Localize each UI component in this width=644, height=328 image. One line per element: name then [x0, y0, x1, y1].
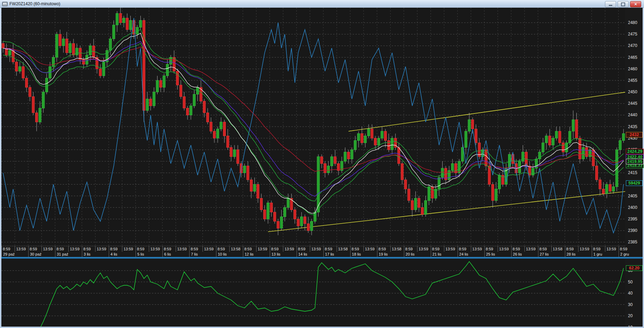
- time-axis[interactable]: 8:5913:5929 paź8:5913:5930 paź8:5913:593…: [1, 246, 625, 257]
- date-tick-label: 27 lis: [540, 252, 549, 256]
- minimize-button[interactable]: [605, 1, 616, 7]
- date-tick-label: 18 lis: [352, 252, 361, 256]
- date-tick-label: 19 lis: [379, 252, 388, 256]
- rsi-tick-label: 20: [628, 313, 641, 318]
- time-tick-label: 13:59: [419, 247, 428, 251]
- date-tick: 17 lis: [323, 252, 350, 257]
- date-tick-label: 31 paź: [57, 252, 68, 256]
- price-tick-label: 2405: [628, 194, 641, 198]
- date-tick-label: 5 lis: [137, 252, 144, 256]
- time-tick-label: 13:59: [606, 247, 616, 251]
- time-tick-label: 13:59: [284, 247, 294, 251]
- time-tick: 8:59: [323, 246, 337, 252]
- time-tick: 13:59: [41, 246, 55, 252]
- close-button[interactable]: ✕: [630, 1, 641, 7]
- time-tick: 8:59: [458, 246, 471, 252]
- date-tick: 6 lis: [162, 252, 189, 257]
- date-tick: 2 gru: [619, 252, 644, 257]
- date-tick: 31 paź: [55, 252, 82, 257]
- date-tick: 12 lis: [243, 252, 270, 257]
- time-tick-label: 8:59: [325, 247, 332, 251]
- chart-window-icon: [2, 2, 8, 6]
- time-tick: 8:59: [55, 246, 68, 252]
- window-controls: ✕: [605, 1, 641, 7]
- date-tick: 3 lis: [82, 252, 109, 257]
- date-tick: 30 paź: [28, 252, 55, 257]
- time-tick-label: 13:59: [123, 247, 133, 251]
- time-tick: 8:59: [270, 246, 283, 252]
- date-tick: 10 lis: [216, 252, 243, 257]
- time-tick: 8:59: [136, 246, 149, 252]
- price-tick-label: 2385: [628, 240, 641, 244]
- minimize-icon: [609, 5, 612, 6]
- rsi-tick-label: 10: [628, 325, 641, 328]
- rsi-value-label: 62.20: [626, 265, 643, 271]
- price-tick-label: 2400: [628, 205, 641, 210]
- time-tick: 13:58: [390, 246, 404, 252]
- time-tick: 8:59: [538, 246, 551, 252]
- time-tick: 8:59: [82, 246, 95, 252]
- price-chart-canvas[interactable]: [1, 8, 625, 246]
- time-tick-label: 8:59: [432, 247, 439, 251]
- time-tick-label: 13:59: [43, 247, 53, 251]
- price-tick-label: 2480: [628, 20, 641, 25]
- restore-button[interactable]: [618, 1, 629, 7]
- rsi-chart-canvas[interactable]: [1, 259, 625, 327]
- time-tick: 13:59: [149, 246, 162, 252]
- time-tick-label: 8:59: [191, 247, 198, 251]
- time-tick: 8:59: [619, 246, 632, 252]
- time-tick: 13:59: [283, 246, 296, 252]
- date-tick: 5 lis: [136, 252, 162, 257]
- time-tick-label: 13:59: [526, 247, 536, 251]
- time-tick-label: 8:59: [593, 247, 600, 251]
- date-tick: 14 lis: [297, 252, 323, 257]
- time-tick: 13:58: [551, 246, 565, 252]
- time-tick-label: 13:59: [258, 247, 267, 251]
- time-tick: 13:59: [363, 246, 377, 252]
- price-tick-label: 2475: [628, 32, 641, 37]
- date-tick: 20 lis: [404, 252, 431, 257]
- time-tick-label: 8:59: [217, 247, 225, 251]
- price-tick-label: 2465: [628, 55, 641, 60]
- date-tick-label: 17 lis: [325, 252, 334, 256]
- time-tick-label: 8:59: [513, 247, 520, 251]
- time-tick: 13:59: [122, 246, 135, 252]
- last-value-label: 2419.95: [626, 159, 644, 164]
- chart-area: 2385239023952400240524102415242024252430…: [1, 8, 643, 327]
- time-tick: 8:59: [565, 246, 578, 252]
- time-tick-label: 8:59: [110, 247, 117, 251]
- time-tick: 8:59: [189, 246, 202, 252]
- date-tick-label: 10 lis: [218, 252, 227, 256]
- time-tick-label: 8:59: [56, 247, 64, 251]
- date-tick-label: 29 paź: [3, 252, 15, 256]
- date-tick-label: 6 lis: [164, 252, 171, 256]
- window-titlebar[interactable]: FW20Z1420 (60-minutowo) ✕: [0, 0, 644, 8]
- time-tick-label: 13:58: [553, 247, 562, 251]
- time-tick: 13:59: [95, 246, 108, 252]
- time-tick-label: 8:59: [486, 247, 493, 251]
- time-tick-label: 8:59: [566, 247, 574, 251]
- date-tick-label: 24 lis: [459, 252, 468, 256]
- time-tick-label: 13:58: [338, 247, 348, 251]
- price-tick-label: 2415: [628, 170, 641, 175]
- date-tick-label: 20 lis: [406, 252, 415, 256]
- time-tick: 13:59: [176, 246, 189, 252]
- time-tick-label: 13:59: [70, 247, 79, 251]
- time-tick: 13:59: [471, 246, 484, 252]
- price-axis[interactable]: 2385239023952400240524102415242024252430…: [625, 8, 643, 246]
- time-tick: 8:59: [216, 246, 229, 252]
- time-tick: 13:59: [202, 246, 216, 252]
- date-tick: 7 lis: [189, 252, 216, 257]
- time-tick: 8:59: [28, 246, 41, 252]
- time-tick: 13:59: [578, 246, 591, 252]
- time-tick-label: 8:59: [378, 247, 386, 251]
- last-value-label: 2432: [626, 132, 643, 138]
- time-tick-label: 13:58: [231, 247, 240, 251]
- time-tick: 8:59: [431, 246, 444, 252]
- application-window: FW20Z1420 (60-minutowo) ✕ 23852390239524…: [0, 0, 644, 328]
- time-tick-label: 13:59: [16, 247, 26, 251]
- time-tick-label: 8:59: [298, 247, 305, 251]
- time-tick-label: 8:59: [352, 247, 359, 251]
- date-tick: 27 lis: [538, 252, 565, 257]
- price-tick-label: 2445: [628, 101, 641, 106]
